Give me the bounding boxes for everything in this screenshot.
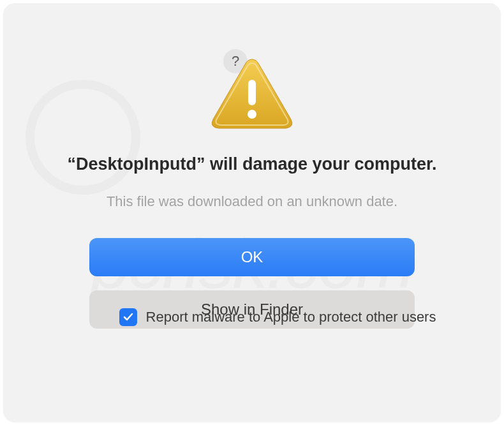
dialog-subtitle: This file was downloaded on an unknown d…: [81, 193, 423, 210]
ok-button[interactable]: OK: [89, 238, 415, 276]
dialog-title: “DesktopInputd” will damage your compute…: [41, 153, 462, 175]
malware-warning-dialog: pcrisk.com ? “DesktopInputd” will damage…: [3, 3, 501, 422]
svg-rect-0: [248, 80, 256, 105]
report-malware-row: Report malware to Apple to protect other…: [119, 308, 436, 326]
report-malware-checkbox[interactable]: [119, 308, 137, 326]
report-malware-label: Report malware to Apple to protect other…: [146, 309, 436, 325]
warning-icon: [211, 57, 293, 130]
svg-point-1: [248, 110, 256, 119]
checkmark-icon: [122, 311, 134, 323]
